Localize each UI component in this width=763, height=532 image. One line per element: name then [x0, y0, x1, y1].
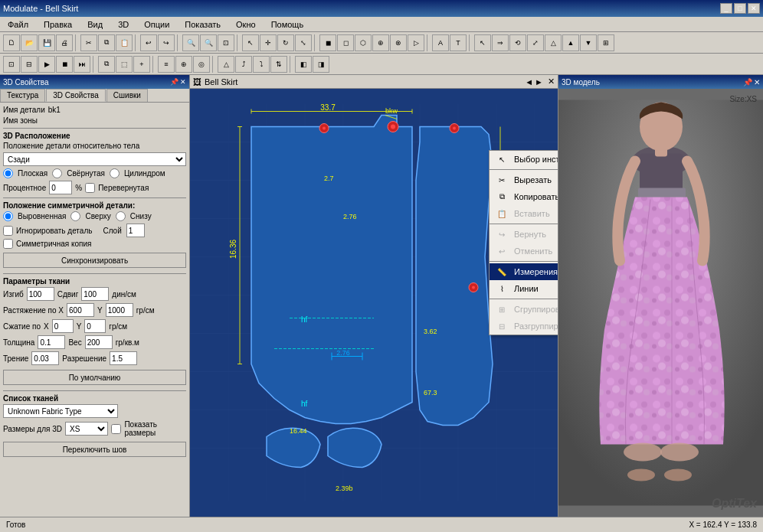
tb-undo[interactable]: ↩ — [140, 34, 157, 51]
ctx-lines[interactable]: ⌇ Линии ▶ — [490, 280, 558, 297]
tb-cut[interactable]: ✂ — [80, 34, 97, 51]
tb-c2[interactable]: T — [450, 34, 467, 51]
percent-input[interactable] — [49, 181, 72, 194]
tb2-b1[interactable]: ⊡ — [3, 56, 20, 73]
ctx-ungroup[interactable]: ⊟ Разгруппировать выбранные — [490, 318, 558, 335]
tb-paste[interactable]: 📋 — [116, 34, 133, 51]
stretch-y-input[interactable] — [106, 303, 133, 317]
tb-zoom-in[interactable]: 🔍 — [182, 34, 199, 51]
tb2-b6[interactable]: ⧉ — [98, 56, 115, 73]
tb-d2[interactable]: ⇒ — [492, 34, 509, 51]
tb2-b14[interactable]: ⤵ — [253, 56, 270, 73]
ctx-redo[interactable]: ↪ Вернуть Ctrl+Y — [490, 226, 558, 243]
menu-window[interactable]: Окно — [231, 18, 260, 31]
minimize-button[interactable]: _ — [720, 3, 732, 14]
radio-flat[interactable] — [3, 168, 13, 178]
tb-print[interactable]: 🖨 — [56, 34, 73, 51]
right-panel-close[interactable]: ✕ — [754, 78, 760, 86]
tb2-b17[interactable]: ◨ — [313, 56, 329, 73]
tb-d7[interactable]: ▼ — [580, 34, 597, 51]
menu-show[interactable]: Показать — [180, 18, 225, 31]
friction-input[interactable] — [31, 351, 59, 365]
tb-d3[interactable]: ⟲ — [509, 34, 526, 51]
tb-d5[interactable]: △ — [545, 34, 562, 51]
tb2-b9[interactable]: ≡ — [158, 56, 175, 73]
tb2-b11[interactable]: ◎ — [193, 56, 210, 73]
menu-help[interactable]: Помощь — [267, 18, 309, 31]
tb-d1[interactable]: ↖ — [474, 34, 491, 51]
radio-rolled[interactable] — [52, 168, 62, 178]
menu-edit[interactable]: Правка — [39, 18, 77, 31]
ctx-copy[interactable]: ⧉ Копировать Ctrl+C — [490, 188, 558, 205]
menu-view[interactable]: Вид — [83, 18, 107, 31]
tab-3d-props[interactable]: 3D Свойства — [46, 89, 105, 102]
reversed-check[interactable] — [85, 183, 95, 193]
pattern-canvas[interactable]: 33.7 bkw 16.36 19.2 2.7 2 — [190, 89, 558, 517]
stretch-x-input[interactable] — [67, 303, 94, 317]
ctx-paste[interactable]: 📋 Вставить Ctrl+V — [490, 205, 558, 222]
compress-x-input[interactable] — [52, 319, 74, 333]
tb2-b5[interactable]: ⏭ — [74, 56, 90, 73]
placement-select[interactable]: Сзади Спереди Слева Справа — [3, 152, 186, 166]
tb-zoom-out[interactable]: 🔍 — [200, 34, 217, 51]
tb-new[interactable]: 🗋 — [3, 34, 20, 51]
tb2-b10[interactable]: ⊕ — [175, 56, 192, 73]
tb-b3[interactable]: ⬡ — [355, 34, 372, 51]
compress-y-input[interactable] — [84, 319, 106, 333]
tb-zoom-fit[interactable]: ⊡ — [218, 34, 234, 51]
center-next[interactable]: ► — [535, 77, 543, 86]
tb2-b12[interactable]: △ — [218, 56, 234, 73]
layer-input[interactable] — [126, 224, 145, 237]
radio-aligned[interactable] — [3, 211, 13, 221]
tb-d6[interactable]: ▲ — [562, 34, 579, 51]
tb2-b8[interactable]: + — [133, 56, 150, 73]
tb2-b7[interactable]: ⬚ — [116, 56, 133, 73]
thickness-input[interactable] — [38, 335, 65, 349]
default-button[interactable]: По умолчанию — [3, 370, 186, 385]
tb-open[interactable]: 📂 — [21, 34, 38, 51]
tb-b2[interactable]: ◻ — [337, 34, 354, 51]
close-button[interactable]: ✕ — [748, 3, 760, 14]
tb-scale[interactable]: ⤡ — [295, 34, 312, 51]
tab-texture[interactable]: Текстура — [0, 89, 45, 102]
tb-b1[interactable]: ◼ — [319, 34, 336, 51]
switch-seam-button[interactable]: Переключить шов — [3, 442, 186, 457]
center-prev[interactable]: ◄ — [525, 77, 533, 86]
bend-input[interactable] — [27, 287, 54, 301]
show-sizes-check[interactable] — [111, 424, 121, 434]
right-panel-pin[interactable]: 📌 — [743, 78, 752, 86]
radio-top[interactable] — [70, 211, 80, 221]
tb-rotate[interactable]: ↻ — [277, 34, 294, 51]
tb2-b2[interactable]: ⊟ — [21, 56, 38, 73]
ctx-cut[interactable]: ✂ Вырезать Ctrl+X — [490, 171, 558, 188]
fabric-select[interactable]: Unknown Fabric Type — [3, 404, 118, 418]
tb-c1[interactable]: A — [432, 34, 449, 51]
tb-b4[interactable]: ⊕ — [372, 34, 389, 51]
tb-move[interactable]: ✛ — [260, 34, 277, 51]
panel-pin[interactable]: 📌 — [170, 78, 178, 86]
tb-copy[interactable]: ⧉ — [98, 34, 115, 51]
radio-bottom[interactable] — [116, 211, 126, 221]
size-select[interactable]: XS S M L — [65, 422, 108, 436]
ctx-undo[interactable]: ↩ Отменить Ctrl+Z — [490, 243, 558, 259]
tb2-b13[interactable]: ⤴ — [235, 56, 252, 73]
tb-save[interactable]: 💾 — [38, 34, 55, 51]
tab-seams[interactable]: Сшивки — [106, 89, 148, 102]
panel-close[interactable]: ✕ — [180, 78, 186, 86]
menu-file[interactable]: Файл — [3, 18, 33, 31]
sym-copy-check[interactable] — [3, 239, 13, 249]
tb-b6[interactable]: ▷ — [408, 34, 424, 51]
tb2-b3[interactable]: ▶ — [38, 56, 55, 73]
center-close[interactable]: ✕ — [548, 77, 555, 86]
maximize-button[interactable]: □ — [734, 3, 746, 14]
shift-input[interactable] — [81, 287, 109, 301]
tb2-b4[interactable]: ⏹ — [56, 56, 73, 73]
tb2-b15[interactable]: ⇅ — [270, 56, 287, 73]
resolution-input[interactable] — [110, 351, 137, 365]
ctx-group[interactable]: ⊞ Сгруппировать выбранные — [490, 301, 558, 318]
weight-input[interactable] — [85, 335, 113, 349]
radio-cylinder[interactable] — [110, 168, 120, 178]
menu-options[interactable]: Опции — [139, 18, 174, 31]
ctx-select-tool[interactable]: ↖ Выбор инструмента — [490, 151, 558, 168]
tb-redo[interactable]: ↪ — [158, 34, 175, 51]
